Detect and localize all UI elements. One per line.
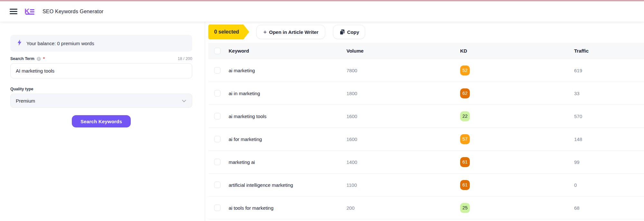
volume-cell: 200 — [346, 205, 460, 211]
open-in-article-writer-label: Open in Article Writer — [269, 29, 318, 35]
main-area: Your balance: 0 premium words Search Ter… — [0, 22, 644, 221]
keywords-table: Keyword Volume KD Traffic ai marketing 7… — [208, 43, 644, 219]
quality-type-value: Premium — [16, 98, 35, 104]
traffic-cell: 619 — [574, 68, 644, 73]
row-checkbox[interactable] — [214, 67, 221, 74]
chevron-down-icon — [181, 98, 187, 104]
row-checkbox[interactable] — [214, 205, 221, 211]
volume-cell: 1400 — [346, 159, 460, 165]
column-header-traffic: Traffic — [574, 48, 644, 54]
keyword-cell: ai marketing tools — [229, 114, 346, 119]
page-title: SEO Keywords Generator — [43, 9, 103, 15]
quality-type-label: Quality type — [10, 87, 33, 91]
row-checkbox[interactable] — [214, 182, 221, 188]
balance-banner: Your balance: 0 premium words — [10, 35, 192, 52]
keyword-cell: ai marketing — [229, 68, 346, 73]
quality-type-label-row: Quality type — [10, 87, 192, 91]
volume-cell: 1600 — [346, 114, 460, 119]
traffic-cell: 99 — [574, 159, 644, 165]
plus-icon: + — [263, 29, 267, 35]
balance-text: Your balance: 0 premium words — [26, 41, 94, 46]
kd-badge: 57 — [460, 134, 470, 144]
volume-cell: 1800 — [346, 91, 460, 96]
table-row: artificial intelligence marketing 1100 6… — [208, 174, 644, 196]
table-row: ai marketing 7800 52 619 — [208, 59, 644, 82]
char-counter: 18 / 200 — [178, 56, 192, 61]
page: K SEO Keywords Generator Your balance: 0… — [0, 0, 644, 221]
selected-count-badge: 0 selected — [208, 25, 243, 39]
bolt-icon — [17, 39, 22, 47]
volume-cell: 7800 — [346, 68, 460, 73]
keyword-cell: artificial intelligence marketing — [229, 182, 346, 188]
sidebar: Your balance: 0 premium words Search Ter… — [0, 22, 205, 221]
traffic-cell: 570 — [574, 114, 644, 119]
select-all-checkbox[interactable] — [214, 48, 221, 54]
table-row: marketing ai 1400 61 99 — [208, 151, 644, 174]
kd-badge: 62 — [460, 88, 470, 98]
traffic-cell: 33 — [574, 91, 644, 96]
kd-badge: 61 — [460, 157, 470, 167]
table-row: ai in marketing 1800 62 33 — [208, 82, 644, 105]
column-header-volume: Volume — [346, 48, 460, 54]
search-term-label-row: Search Term i * 18 / 200 — [10, 56, 192, 61]
copy-button[interactable]: Copy — [333, 25, 365, 39]
traffic-cell: 68 — [574, 205, 644, 211]
table-header-row: Keyword Volume KD Traffic — [208, 43, 644, 59]
kd-badge: 61 — [460, 180, 470, 190]
row-checkbox[interactable] — [214, 113, 221, 119]
column-header-kd: KD — [460, 48, 574, 54]
row-checkbox[interactable] — [214, 136, 221, 142]
traffic-cell: 148 — [574, 136, 644, 142]
column-header-keyword: Keyword — [229, 48, 346, 54]
volume-cell: 1100 — [346, 182, 460, 188]
selected-count-text: 0 selected — [214, 29, 239, 35]
required-asterisk: * — [43, 57, 45, 60]
keyword-cell: ai in marketing — [229, 91, 346, 96]
table-row: ai for marketing 1600 57 148 — [208, 128, 644, 151]
search-term-label: Search Term — [10, 56, 34, 61]
results-panel: 0 selected + Open in Article Writer Copy — [205, 22, 644, 221]
row-checkbox[interactable] — [214, 90, 221, 96]
search-term-input[interactable] — [10, 63, 192, 78]
app-logo-icon: K — [24, 7, 35, 16]
copy-icon — [339, 29, 345, 35]
keyword-cell: marketing ai — [229, 159, 346, 165]
table-row: ai tools for marketing 200 25 68 — [208, 196, 644, 219]
open-in-article-writer-button[interactable]: + Open in Article Writer — [256, 25, 325, 39]
search-keywords-button[interactable]: Search Keywords — [72, 115, 131, 127]
traffic-cell: 0 — [574, 182, 644, 188]
quality-type-select[interactable]: Premium — [10, 94, 192, 108]
table-row: ai marketing tools 1600 22 570 — [208, 105, 644, 128]
app-header: K SEO Keywords Generator — [0, 1, 644, 22]
info-icon[interactable]: i — [37, 57, 41, 61]
hamburger-menu-icon[interactable] — [10, 9, 17, 14]
results-toolbar: 0 selected + Open in Article Writer Copy — [208, 25, 644, 39]
kd-badge: 52 — [460, 65, 470, 75]
row-checkbox[interactable] — [214, 159, 221, 165]
keyword-cell: ai for marketing — [229, 136, 346, 142]
kd-badge: 22 — [460, 111, 470, 121]
kd-badge: 25 — [460, 203, 470, 213]
copy-label: Copy — [347, 29, 359, 35]
keyword-cell: ai tools for marketing — [229, 205, 346, 211]
volume-cell: 1600 — [346, 136, 460, 142]
